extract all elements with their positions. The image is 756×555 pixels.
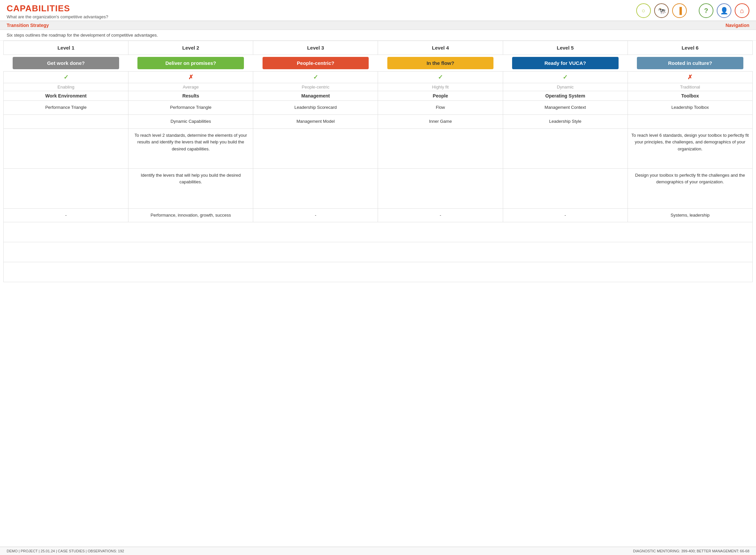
page-title: CAPABILITIES [7, 3, 108, 14]
desc1-1 [4, 128, 128, 168]
home-icon[interactable]: ⌂ [735, 3, 749, 18]
desc2-4 [378, 168, 503, 208]
level-5-header: Level 5 [503, 41, 628, 55]
tool-1-1: Performance Triangle [4, 101, 128, 115]
tool-5-2: Leadership Style [503, 115, 628, 128]
cross-icon-6: ✗ [687, 74, 692, 81]
spacer-row-3 [4, 262, 753, 282]
category-6: Toolbox [628, 91, 752, 101]
qualifier-3: People-centric [253, 83, 378, 91]
main-content: Level 1 Level 2 Level 3 Level 4 Level 5 … [0, 41, 756, 547]
level-2-header: Level 2 [128, 41, 253, 55]
desc2-6: Design your toolbox to perfectly fit the… [628, 168, 752, 208]
status-4: ✓ [378, 72, 503, 83]
level-4-header: Level 4 [378, 41, 503, 55]
category-row: Work Environment Results Management Peop… [4, 91, 753, 101]
tool-2-2: Dynamic Capabilities [128, 115, 253, 128]
desc1-3 [253, 128, 378, 168]
tool-3-2: Management Model [253, 115, 378, 128]
person-icon[interactable]: 👤 [717, 3, 731, 18]
category-4: People [378, 91, 503, 101]
footer-left: DEMO | PROJECT | 25.01.24 | CASE STUDIES… [7, 549, 124, 553]
capabilities-table: Level 1 Level 2 Level 3 Level 4 Level 5 … [3, 41, 753, 282]
bar-chart-icon[interactable]: ▐ [672, 3, 687, 18]
transition-strategy-label[interactable]: Transition Strategy [7, 23, 49, 28]
navigation-label[interactable]: Navigation [725, 23, 749, 28]
keywords-row: - Performance, innovation, growth, succe… [4, 208, 753, 222]
header-left: CAPABILITIES What are the organization's… [7, 3, 108, 19]
bull-icon[interactable]: 🐄 [654, 3, 669, 18]
tool-4-1: Flow [378, 101, 503, 115]
button-row: Get work done? Deliver on promises? Peop… [4, 55, 753, 72]
description-text: Six steps outlines the roadmap for the d… [0, 30, 756, 41]
level2-button[interactable]: Deliver on promises? [137, 57, 244, 69]
spacer [690, 3, 696, 18]
keywords-1: - [4, 208, 128, 222]
footer-right: DIAGNOSTIC MENTORING: 399-400; BETTER MA… [633, 549, 749, 553]
desc1-2: To reach level 2 standards, determine th… [128, 128, 253, 168]
tool-3-1: Leadership Scorecard [253, 101, 378, 115]
category-3: Management [253, 91, 378, 101]
qualifier-6: Traditional [628, 83, 752, 91]
status-6: ✗ [628, 72, 752, 83]
tool-2-1: Performance Triangle [128, 101, 253, 115]
category-2: Results [128, 91, 253, 101]
status-1: ✓ [4, 72, 128, 83]
question-icon[interactable]: ? [699, 3, 713, 18]
green-circle-icon[interactable]: ○ [636, 3, 651, 18]
check-icon-5: ✓ [563, 74, 568, 81]
desc1-5 [503, 128, 628, 168]
tools-row-2: Dynamic Capabilities Management Model In… [4, 115, 753, 128]
tools-row-1: Performance Triangle Performance Triangl… [4, 101, 753, 115]
status-row: ✓ ✗ ✓ ✓ ✓ ✗ [4, 72, 753, 83]
header-icons: ○ 🐄 ▐ ? 👤 ⌂ [636, 3, 749, 18]
level-3-header: Level 3 [253, 41, 378, 55]
desc2-3 [253, 168, 378, 208]
btn-cell-4: In the flow? [378, 55, 503, 72]
status-3: ✓ [253, 72, 378, 83]
btn-cell-5: Ready for VUCA? [503, 55, 628, 72]
desc1-4 [378, 128, 503, 168]
btn-cell-1: Get work done? [4, 55, 128, 72]
tool-6-1: Leadership Toolbox [628, 101, 752, 115]
tool-5-1: Management Context [503, 101, 628, 115]
cross-icon-2: ✗ [188, 74, 193, 81]
btn-cell-2: Deliver on promises? [128, 55, 253, 72]
level-header-row: Level 1 Level 2 Level 3 Level 4 Level 5 … [4, 41, 753, 55]
level-6-header: Level 6 [628, 41, 752, 55]
btn-cell-3: People-centric? [253, 55, 378, 72]
keywords-6: Systems, leadership [628, 208, 752, 222]
level-1-header: Level 1 [4, 41, 128, 55]
qualifier-5: Dynamic [503, 83, 628, 91]
category-5: Operating System [503, 91, 628, 101]
keywords-3: - [253, 208, 378, 222]
check-icon-3: ✓ [313, 74, 318, 81]
desc2-2: Identify the levers that will help you b… [128, 168, 253, 208]
tool-6-2 [628, 115, 752, 128]
qualifier-4: Highly fit [378, 83, 503, 91]
qualifier-1: Enabling [4, 83, 128, 91]
desc1-6: To reach level 6 standards, design your … [628, 128, 752, 168]
category-1: Work Environment [4, 91, 128, 101]
level5-button[interactable]: Ready for VUCA? [512, 57, 619, 69]
level6-button[interactable]: Rooted in culture? [637, 57, 743, 69]
status-5: ✓ [503, 72, 628, 83]
desc2-5 [503, 168, 628, 208]
header: CAPABILITIES What are the organization's… [0, 0, 756, 21]
qualifier-row: Enabling Average People-centric Highly f… [4, 83, 753, 91]
level1-button[interactable]: Get work done? [13, 57, 119, 69]
footer: DEMO | PROJECT | 25.01.24 | CASE STUDIES… [0, 547, 756, 555]
nav-bar: Transition Strategy Navigation [0, 21, 756, 30]
tool-1-2 [4, 115, 128, 128]
keywords-5: - [503, 208, 628, 222]
status-2: ✗ [128, 72, 253, 83]
tool-4-2: Inner Game [378, 115, 503, 128]
check-icon-1: ✓ [64, 74, 69, 81]
level3-button[interactable]: People-centric? [262, 57, 369, 69]
keywords-4: - [378, 208, 503, 222]
check-icon-4: ✓ [438, 74, 443, 81]
level4-button[interactable]: In the flow? [387, 57, 494, 69]
qualifier-2: Average [128, 83, 253, 91]
desc1-row: To reach level 2 standards, determine th… [4, 128, 753, 168]
btn-cell-6: Rooted in culture? [628, 55, 752, 72]
